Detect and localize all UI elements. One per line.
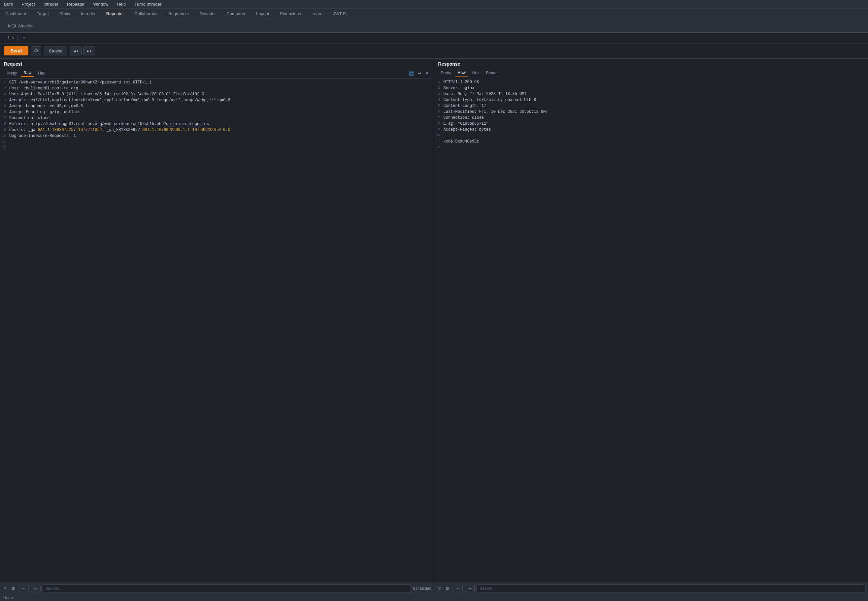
request-content[interactable]: 1GET /web-serveur/ch15/galerie/86hwnX2r/… [0, 78, 434, 583]
line-content: ETag: "61b3bd85-11" [443, 121, 868, 126]
line-content: Accept-Ranges: bytes [443, 127, 868, 132]
panels-container: Request Pretty Raw Hex ▤ ↵ ≡ 1GET /web-s… [0, 59, 868, 594]
line-number: 3 [434, 92, 443, 96]
line-number: 10 [434, 133, 443, 137]
tab-proxy[interactable]: Proxy [54, 9, 76, 20]
tab-comparer[interactable]: Comparer [221, 9, 251, 20]
request-search-input[interactable] [43, 584, 411, 592]
table-row: 9Cookie: _ga=GA1.1.1863675257.1677771092… [0, 127, 434, 133]
tab-jwt[interactable]: JWT E... [328, 9, 355, 20]
tab-collaborator[interactable]: Collaborator [129, 9, 163, 20]
menu-bar: Burp Project Intruder Repeater Window He… [0, 0, 868, 9]
line-number: 2 [0, 86, 9, 90]
request-help-icon[interactable]: ? [3, 585, 8, 592]
request-back-button[interactable]: ← [19, 585, 29, 592]
forward-arrow-icon: ▸ [87, 49, 89, 53]
response-tab-hex[interactable]: Hex [470, 70, 482, 76]
table-row: 1GET /web-serveur/ch15/galerie/86hwnX2r/… [0, 80, 434, 86]
cancel-button[interactable]: Cancel [44, 47, 67, 55]
line-number: 9 [434, 127, 443, 131]
repeater-tab-1-label: 1 [8, 36, 10, 40]
line-number: 11 [0, 139, 9, 143]
main-tab-bar: Dashboard Target Proxy Intruder Repeater… [0, 9, 868, 20]
response-search-input[interactable] [477, 584, 865, 592]
tab-repeater[interactable]: Repeater [101, 9, 129, 20]
line-number: 6 [434, 109, 443, 113]
tab-logger[interactable]: Logger [251, 9, 275, 20]
back-button[interactable]: ◂ ▾ [70, 47, 82, 55]
repeater-tab-add[interactable]: + [20, 35, 28, 41]
response-help-icon[interactable]: ? [437, 585, 442, 592]
secondary-tab-row: InQL Attacker [0, 20, 868, 33]
table-row: 8Referer: http://challenge01.root-me.org… [0, 121, 434, 127]
tab-inql-attacker[interactable]: InQL Attacker [3, 21, 39, 32]
line-content: Date: Mon, 27 Mar 2023 14:18:35 GMT [443, 92, 868, 96]
tab-dashboard[interactable]: Dashboard [0, 9, 32, 20]
line-content: Content-Length: 17 [443, 103, 868, 108]
response-panel-header: Response [434, 59, 868, 68]
nav-buttons: ◂ ▾ ▸ ▾ [70, 47, 95, 55]
table-row: 2Server: nginx [434, 85, 868, 92]
response-tab-raw[interactable]: Raw [455, 69, 468, 76]
request-settings-icon[interactable]: ⚙ [10, 585, 17, 592]
response-panel-tabs: Pretty Raw Hex Render [434, 68, 868, 78]
table-row: 4Content-Type: text/plain; charset=UTF-8 [434, 97, 868, 103]
line-content: Referer: http://challenge01.root-me.org/… [9, 121, 434, 126]
response-tab-render[interactable]: Render [483, 70, 501, 76]
tab-intruder[interactable]: Intruder [76, 9, 101, 20]
line-content: User-Agent: Mozilla/5.0 (X11; Linux x86_… [9, 92, 434, 97]
tab-learn[interactable]: Learn [306, 9, 328, 20]
menu-intruder[interactable]: Intruder [42, 1, 60, 7]
request-tab-hex[interactable]: Hex [35, 70, 47, 76]
request-panel: Request Pretty Raw Hex ▤ ↵ ≡ 1GET /web-s… [0, 59, 434, 594]
response-content[interactable]: 1HTTP/1.1 200 OK2Server: nginx3Date: Mon… [434, 78, 868, 583]
request-tab-raw[interactable]: Raw [21, 70, 34, 77]
response-back-button[interactable]: ← [453, 585, 463, 592]
table-row: 9Accept-Ranges: bytes [434, 127, 868, 133]
table-row: 5Accept-Language: en-US,en;q=0.5 [0, 104, 434, 110]
repeater-tab-1[interactable]: 1 × [4, 35, 17, 41]
request-forward-button[interactable]: → [31, 585, 41, 592]
table-row: 11kcb$!Bx@v4Gs9Ez [434, 139, 868, 145]
table-row: 3Date: Mon, 27 Mar 2023 14:18:35 GMT [434, 92, 868, 97]
response-bottom-bar: ? ⚙ ← → [434, 583, 868, 594]
tab-sequencer[interactable]: Sequencer [163, 9, 194, 20]
toolbar: Send ⚙ Cancel ◂ ▾ ▸ ▾ [0, 44, 868, 58]
request-tab-pretty[interactable]: Pretty [4, 70, 20, 76]
tab-target[interactable]: Target [32, 9, 54, 20]
line-content: Accept: text/html,application/xhtml+xml,… [9, 98, 434, 102]
menu-repeater[interactable]: Repeater [66, 1, 86, 7]
tab-decoder[interactable]: Decoder [194, 9, 221, 20]
newline-icon[interactable]: ↵ [417, 70, 423, 76]
table-row: 6Accept-Encoding: gzip, deflate [0, 110, 434, 116]
request-bottom-bar: ? ⚙ ← → 0 matches [0, 583, 434, 594]
line-number: 4 [434, 97, 443, 102]
line-number: 7 [0, 116, 9, 120]
menu-project[interactable]: Project [20, 1, 36, 7]
tab-extensions[interactable]: Extensions [275, 9, 306, 20]
settings-button[interactable]: ⚙ [31, 46, 41, 55]
line-number: 8 [0, 121, 9, 126]
response-settings-icon[interactable]: ⚙ [444, 585, 451, 592]
line-content: kcb$!Bx@v4Gs9Ez [443, 139, 868, 144]
line-content: Server: nginx [443, 85, 868, 90]
line-content [443, 133, 868, 133]
response-forward-button[interactable]: → [465, 585, 475, 592]
menu-icon[interactable]: ≡ [425, 70, 430, 76]
table-row: 12 [434, 145, 868, 151]
send-button[interactable]: Send [4, 46, 28, 55]
forward-button[interactable]: ▸ ▾ [83, 47, 95, 55]
line-number: 7 [434, 115, 443, 119]
line-content: Host: challenge01.root-me.org [9, 86, 434, 91]
line-content [9, 139, 434, 140]
menu-window[interactable]: Window [92, 1, 110, 7]
menu-burp[interactable]: Burp [3, 1, 14, 7]
stream-icon[interactable]: ▤ [408, 69, 415, 77]
request-matches-label: 0 matches [413, 586, 431, 591]
line-number: 9 [0, 127, 9, 132]
line-number: 8 [434, 121, 443, 125]
menu-help[interactable]: Help [116, 1, 127, 7]
response-tab-pretty[interactable]: Pretty [438, 70, 454, 76]
menu-turbo-intruder[interactable]: Turbo Intruder [133, 1, 163, 7]
repeater-tab-1-close[interactable]: × [12, 36, 14, 40]
